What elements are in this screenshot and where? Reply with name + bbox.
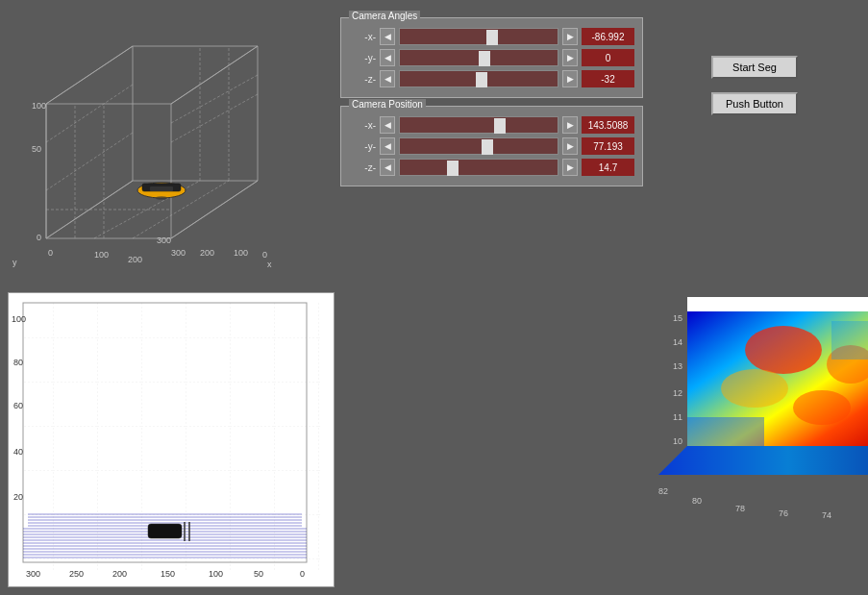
- svg-text:300: 300: [171, 248, 186, 258]
- svg-text:14: 14: [673, 337, 682, 347]
- pos-z-row: -z- ◀ ▶ 14.7: [349, 159, 634, 176]
- angle-y-value: 0: [582, 49, 634, 66]
- angle-z-track[interactable]: [399, 70, 558, 87]
- angle-x-value: -86.992: [582, 28, 634, 45]
- svg-text:0: 0: [300, 569, 305, 579]
- pos-y-track[interactable]: [399, 137, 558, 155]
- angle-z-thumb[interactable]: [476, 72, 487, 87]
- svg-text:11: 11: [673, 412, 682, 422]
- angle-x-label: -x-: [349, 32, 376, 42]
- svg-text:200: 200: [128, 255, 142, 264]
- svg-text:100: 100: [234, 248, 248, 258]
- svg-text:60: 60: [13, 401, 23, 410]
- svg-text:100: 100: [12, 314, 26, 324]
- pos-z-track[interactable]: [399, 159, 558, 176]
- svg-text:20: 20: [13, 492, 23, 502]
- start-seg-button[interactable]: Start Seg: [711, 56, 798, 79]
- pos-x-thumb[interactable]: [494, 118, 506, 134]
- svg-point-71: [793, 390, 851, 425]
- pos-z-value: 14.7: [582, 159, 634, 176]
- svg-text:250: 250: [69, 569, 84, 579]
- pos-y-thumb[interactable]: [482, 139, 493, 155]
- pos-x-track[interactable]: [399, 116, 558, 134]
- pos-z-label: -z-: [349, 162, 376, 173]
- svg-text:x: x: [267, 260, 272, 269]
- camera-angles-title: Camera Angles: [349, 11, 420, 21]
- angle-y-right-arrow[interactable]: ▶: [562, 49, 578, 66]
- angle-z-right-arrow[interactable]: ▶: [562, 70, 578, 87]
- pos-y-left-arrow[interactable]: ◀: [380, 137, 395, 155]
- camera-angles-group: Camera Angles -x- ◀ ▶ -86.992 -y- ◀ ▶ 0: [340, 17, 643, 98]
- pos-x-right-arrow[interactable]: ▶: [562, 116, 578, 134]
- svg-text:150: 150: [161, 569, 175, 579]
- angle-y-left-arrow[interactable]: ◀: [380, 49, 395, 66]
- angle-x-right-arrow[interactable]: ▶: [562, 28, 578, 45]
- svg-text:0: 0: [37, 233, 41, 242]
- svg-point-19: [156, 196, 167, 200]
- angle-z-row: -z- ◀ ▶ -32: [349, 70, 634, 87]
- panel-2d-view: 100 80 60 40 20 300 250 200 150 100 50 0: [8, 292, 335, 587]
- panel-heatmap: 15 14 13 12 11 10 82 80 78 76 74 144 146…: [649, 292, 860, 587]
- svg-text:76: 76: [779, 508, 788, 518]
- push-button[interactable]: Push Button: [711, 92, 798, 115]
- camera-position-group: Camera Position -x- ◀ ▶ 143.5088 -y- ◀ ▶: [340, 106, 643, 186]
- angle-y-label: -y-: [349, 53, 376, 63]
- angle-y-thumb[interactable]: [479, 51, 490, 66]
- svg-line-15: [171, 75, 258, 123]
- svg-text:300: 300: [26, 569, 40, 579]
- svg-marker-3: [46, 46, 258, 104]
- angle-x-thumb[interactable]: [486, 30, 498, 45]
- panel-camera-controls: Camera Angles -x- ◀ ▶ -86.992 -y- ◀ ▶ 0: [340, 8, 643, 286]
- svg-text:10: 10: [673, 436, 682, 446]
- pos-y-label: -y-: [349, 141, 376, 152]
- angle-y-track[interactable]: [399, 49, 558, 66]
- svg-text:200: 200: [112, 569, 127, 579]
- pos-y-right-arrow[interactable]: ▶: [562, 137, 578, 155]
- pos-y-row: -y- ◀ ▶ 77.193: [349, 137, 634, 155]
- svg-rect-73: [831, 321, 868, 359]
- angle-x-left-arrow[interactable]: ◀: [380, 28, 395, 45]
- svg-line-5: [46, 133, 133, 190]
- svg-text:0: 0: [48, 248, 53, 258]
- angle-x-row: -x- ◀ ▶ -86.992: [349, 28, 634, 45]
- svg-text:74: 74: [822, 510, 831, 520]
- panel-empty: [340, 292, 643, 587]
- svg-text:50: 50: [32, 144, 41, 154]
- svg-text:82: 82: [658, 486, 668, 496]
- svg-text:13: 13: [673, 361, 682, 371]
- pos-z-right-arrow[interactable]: ▶: [562, 159, 578, 176]
- angle-z-value: -32: [582, 70, 634, 87]
- svg-text:300: 300: [157, 236, 171, 245]
- svg-text:80: 80: [13, 358, 23, 367]
- svg-text:200: 200: [200, 248, 214, 258]
- svg-text:y: y: [12, 258, 17, 267]
- svg-text:50: 50: [254, 569, 263, 579]
- pos-x-left-arrow[interactable]: ◀: [380, 116, 395, 134]
- pos-x-row: -x- ◀ ▶ 143.5088: [349, 116, 634, 134]
- svg-line-14: [171, 94, 258, 142]
- svg-point-68: [745, 326, 822, 374]
- svg-text:100: 100: [32, 101, 46, 111]
- svg-text:78: 78: [735, 504, 745, 513]
- angle-y-row: -y- ◀ ▶ 0: [349, 49, 634, 66]
- panel-3d-scatter: 100 50 0 300 200 100 0 x 0 100 200 y 300: [8, 8, 335, 286]
- pos-z-left-arrow[interactable]: ◀: [380, 159, 395, 176]
- svg-text:0: 0: [262, 250, 267, 260]
- svg-line-6: [46, 85, 133, 142]
- angle-z-label: -z-: [349, 74, 376, 85]
- svg-text:15: 15: [673, 313, 682, 323]
- svg-text:100: 100: [94, 250, 109, 260]
- pos-z-thumb[interactable]: [447, 161, 459, 176]
- svg-text:40: 40: [13, 447, 23, 457]
- angle-z-left-arrow[interactable]: ◀: [380, 70, 395, 87]
- svg-rect-63: [148, 524, 182, 538]
- svg-point-70: [721, 369, 788, 408]
- svg-rect-77: [687, 297, 868, 311]
- svg-rect-72: [687, 417, 764, 446]
- angle-x-track[interactable]: [399, 28, 558, 45]
- camera-position-title: Camera Position: [349, 99, 426, 110]
- svg-text:12: 12: [673, 388, 682, 398]
- pos-x-label: -x-: [349, 120, 376, 131]
- pos-x-value: 143.5088: [582, 116, 634, 134]
- svg-text:80: 80: [692, 496, 702, 506]
